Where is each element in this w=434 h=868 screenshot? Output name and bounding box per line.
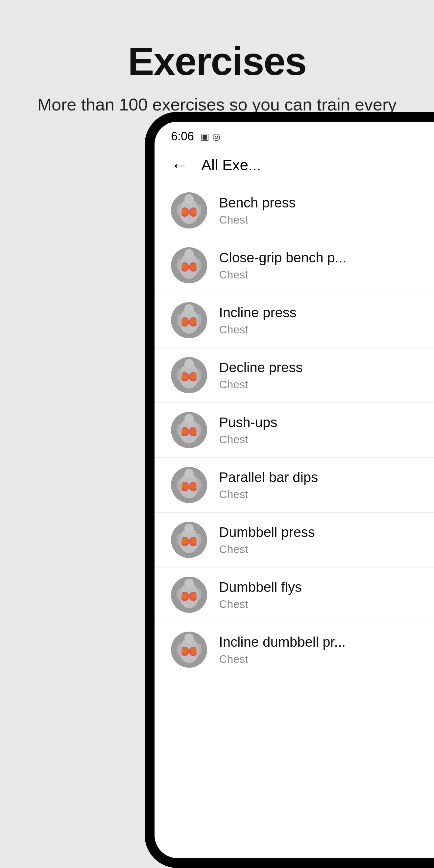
svg-point-36: [184, 359, 194, 368]
svg-point-86: [177, 589, 183, 600]
svg-point-87: [196, 589, 202, 600]
app-header: ← All Exe...: [155, 149, 434, 183]
phone-frame: 6:06 ▣ ◎ ← All Exe...: [145, 112, 434, 868]
svg-point-18: [190, 264, 196, 270]
svg-point-69: [184, 524, 194, 533]
exercise-list: Bench pressChest Close-grip bench p...Ch…: [155, 183, 434, 677]
svg-point-80: [184, 579, 194, 588]
status-icons: ▣ ◎: [200, 131, 220, 142]
page-title: Exercises: [26, 39, 408, 83]
exercise-info: Parallel bar dipsChest: [219, 469, 417, 500]
svg-point-53: [177, 424, 183, 436]
exercise-name: Incline press: [219, 305, 417, 321]
svg-point-82: [182, 593, 188, 599]
exercise-name: Dumbbell flys: [219, 579, 417, 595]
exercise-name: Incline dumbbell pr...: [219, 634, 417, 650]
svg-point-95: [190, 648, 196, 654]
back-button[interactable]: ←: [171, 155, 188, 175]
exercise-muscle: Chest: [219, 268, 417, 281]
exercise-info: Bench pressChest: [219, 195, 417, 226]
exercise-muscle: Chest: [219, 598, 417, 611]
exercise-avatar: [171, 577, 207, 613]
exercise-avatar: [171, 631, 207, 668]
exercise-muscle: Chest: [219, 213, 417, 226]
svg-point-51: [190, 428, 196, 435]
svg-point-93: [182, 648, 188, 654]
exercise-name: Dumbbell press: [219, 524, 417, 540]
phone-screen: 6:06 ▣ ◎ ← All Exe...: [155, 122, 434, 858]
exercise-avatar: [171, 522, 207, 558]
svg-point-20: [177, 259, 183, 271]
svg-point-60: [182, 483, 188, 490]
exercise-avatar: [171, 357, 207, 393]
svg-point-76: [196, 534, 202, 546]
exercise-info: Incline dumbbell pr...Chest: [219, 634, 417, 665]
exercise-list-item[interactable]: Dumbbell flysChest: [155, 567, 434, 622]
svg-point-5: [182, 209, 188, 215]
exercise-list-item[interactable]: Incline dumbbell pr...Chest: [155, 622, 434, 677]
exercise-avatar: [171, 192, 207, 228]
signal-icon: ◎: [212, 131, 220, 142]
exercise-list-item[interactable]: Decline pressChest: [155, 348, 434, 403]
exercise-avatar: [171, 302, 207, 338]
svg-point-73: [190, 538, 196, 545]
exercise-name: Decline press: [219, 360, 417, 376]
exercise-list-item[interactable]: Bench pressChest: [155, 183, 434, 238]
svg-point-71: [182, 538, 188, 545]
exercise-avatar: [171, 412, 207, 448]
svg-point-58: [184, 469, 194, 478]
svg-point-64: [177, 479, 183, 491]
exercise-info: Push-upsChest: [219, 414, 417, 445]
exercise-muscle: Chest: [219, 543, 417, 556]
svg-point-16: [182, 264, 188, 270]
exercise-avatar: [171, 467, 207, 503]
exercise-muscle: Chest: [219, 323, 417, 336]
exercise-info: Decline pressChest: [219, 360, 417, 391]
svg-point-98: [196, 644, 202, 655]
svg-point-54: [196, 424, 202, 436]
svg-point-91: [184, 633, 194, 643]
svg-point-27: [182, 318, 188, 325]
exercise-info: Incline pressChest: [219, 305, 417, 336]
svg-point-40: [190, 373, 196, 380]
svg-point-62: [190, 483, 196, 490]
svg-point-84: [190, 593, 196, 599]
svg-point-29: [190, 318, 196, 325]
exercise-name: Bench press: [219, 195, 417, 211]
exercise-muscle: Chest: [219, 433, 417, 446]
status-time: 6:06: [171, 129, 194, 143]
svg-point-49: [182, 428, 188, 435]
svg-point-32: [196, 314, 202, 326]
exercise-list-item[interactable]: Incline pressChest: [155, 293, 434, 348]
exercise-muscle: Chest: [219, 378, 417, 391]
svg-point-9: [177, 204, 183, 216]
exercise-list-item[interactable]: Push-upsChest: [155, 403, 434, 458]
exercise-name: Push-ups: [219, 414, 417, 431]
svg-point-42: [177, 369, 183, 381]
exercise-name: Parallel bar dips: [219, 469, 417, 486]
svg-point-75: [177, 534, 183, 546]
svg-point-10: [196, 204, 202, 216]
svg-point-43: [196, 369, 202, 381]
svg-point-7: [190, 209, 196, 215]
exercise-muscle: Chest: [219, 653, 417, 665]
svg-point-31: [177, 314, 183, 326]
svg-point-21: [196, 259, 202, 271]
exercise-info: Dumbbell pressChest: [219, 524, 417, 555]
exercise-avatar: [171, 247, 207, 283]
screen-title: All Exe...: [201, 156, 261, 174]
exercise-info: Dumbbell flysChest: [219, 579, 417, 610]
svg-point-47: [184, 414, 194, 423]
exercise-name: Close-grip bench p...: [219, 250, 417, 266]
exercise-list-item[interactable]: Dumbbell pressChest: [155, 513, 434, 567]
exercise-muscle: Chest: [219, 488, 417, 501]
exercise-list-item[interactable]: Close-grip bench p...Chest: [155, 238, 434, 293]
svg-point-14: [184, 249, 194, 258]
sim-icon: ▣: [200, 131, 209, 142]
exercise-list-item[interactable]: Parallel bar dipsChest: [155, 458, 434, 513]
svg-point-65: [196, 479, 202, 491]
svg-point-3: [184, 194, 194, 204]
status-bar: 6:06 ▣ ◎: [155, 122, 434, 149]
svg-point-25: [184, 304, 194, 313]
exercise-info: Close-grip bench p...Chest: [219, 250, 417, 281]
